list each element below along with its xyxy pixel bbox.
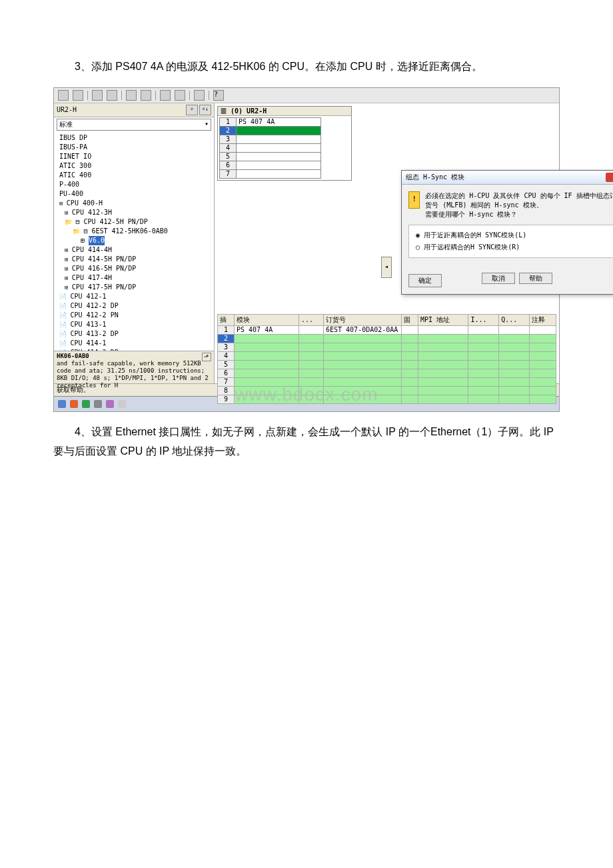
tool-copy-icon[interactable] <box>92 90 103 101</box>
rack-slot[interactable]: 7 <box>220 169 237 178</box>
tree-item[interactable]: CPU 416-5H PN/DP <box>57 264 213 273</box>
taskbar-icon[interactable] <box>118 400 126 408</box>
tree-item[interactable]: PU-400 <box>57 189 213 199</box>
rack-slot[interactable]: 2 <box>220 126 237 135</box>
rack-slot[interactable]: 5 <box>220 152 237 161</box>
taskbar-icon[interactable] <box>58 400 66 408</box>
tree-item[interactable]: CPU 412-1 <box>57 292 213 301</box>
tree-item[interactable]: CPU 414-5H PN/DP <box>57 255 213 264</box>
tool-help-icon[interactable]: ? <box>213 90 224 101</box>
find-next-button[interactable]: ⌕↓ <box>199 105 211 115</box>
table-row[interactable]: 9 <box>218 395 556 403</box>
tree-item[interactable]: CPU 413-1 <box>57 320 213 329</box>
screenshot-hw-config: ? UR2-H ⌕ ⌕↓ 标准 ▾ IBUS DP IBUS-PA <box>53 87 560 412</box>
ok-button[interactable]: 确定 <box>408 274 442 287</box>
tree-item[interactable]: CPU 412-3H <box>57 208 213 217</box>
table-header[interactable]: 注释 <box>530 314 556 325</box>
separator <box>189 91 190 100</box>
radio-remote[interactable]: ○ 用于远程耦合的H SYNC模块(R) <box>416 241 613 253</box>
tool-upload-icon[interactable] <box>141 90 151 101</box>
rack-module[interactable] <box>237 126 321 135</box>
tool-list-icon[interactable] <box>160 90 171 101</box>
hardware-tree[interactable]: IBUS DP IBUS-PA IINET IO ATIC 300 ATIC 4… <box>54 132 214 351</box>
paragraph-4: 4、设置 Ethernet 接口属性，如无子网，点新建，会生成一个默认 IP 的… <box>53 423 560 461</box>
rack-module[interactable] <box>237 169 321 178</box>
table-header[interactable]: 固 <box>401 314 418 325</box>
tool-print-icon[interactable] <box>73 90 83 101</box>
table-header[interactable]: MPI 地址 <box>418 314 468 325</box>
help-button[interactable]: 帮助 <box>519 273 552 284</box>
table-row[interactable]: 2 <box>218 334 556 343</box>
rack-title: ☰ (0) UR2-H <box>218 107 351 116</box>
rack-module[interactable] <box>237 135 321 143</box>
rack-module[interactable]: PS 407 4A <box>237 117 321 126</box>
tree-item[interactable]: ATIC 300 <box>57 161 213 171</box>
rack-slot[interactable]: 6 <box>220 161 237 169</box>
tree-item[interactable]: IINET IO <box>57 152 213 161</box>
rack-slot[interactable]: 4 <box>220 143 237 152</box>
tree-item[interactable]: CPU 414-4H <box>57 245 213 255</box>
find-button[interactable]: ⌕ <box>186 105 198 115</box>
table-header[interactable]: 插 <box>218 314 235 325</box>
scroll-left-button[interactable]: ◂ <box>381 257 392 278</box>
tree-item[interactable]: ATIC 400 <box>57 171 213 180</box>
close-button[interactable]: ✕ <box>606 173 613 182</box>
rack-table[interactable]: 1PS 407 4A 2 3 4 5 6 7 <box>219 117 321 179</box>
tree-item[interactable]: CPU 400-H <box>57 199 213 208</box>
tree-item[interactable]: CPU 414-1 <box>57 339 213 348</box>
table-header[interactable]: 订货号 <box>323 314 401 325</box>
desc-title: HK06-0AB0 <box>57 353 89 359</box>
rack-module[interactable] <box>237 143 321 152</box>
rack-slot[interactable]: 1 <box>220 117 237 126</box>
chevron-down-icon: ▾ <box>205 120 209 129</box>
table-row[interactable]: 5 <box>218 360 556 369</box>
tree-item[interactable]: IBUS DP <box>57 133 213 143</box>
taskbar-icon[interactable] <box>106 400 114 408</box>
radio-group: ◉ 用于近距离耦合的H SYNC模块(L) ○ 用于远程耦合的H SYNC模块(… <box>408 225 613 258</box>
dialog-text: 必须在选定的 H-CPU 及其伙伴 CPU 的每个 IF 插槽中组态订货号 (M… <box>425 191 613 210</box>
radio-near[interactable]: ◉ 用于近距离耦合的H SYNC模块(L) <box>416 229 613 241</box>
taskbar-icon[interactable] <box>94 400 102 408</box>
module-table[interactable]: 插 模块 ... 订货号 固 MPI 地址 I... Q... 注释 <box>217 314 556 404</box>
tree-item[interactable]: P-400 <box>57 180 213 189</box>
tree-item[interactable]: CPU 412-2 PN <box>57 311 213 320</box>
tool-download-icon[interactable] <box>126 90 137 101</box>
table-row[interactable]: 6 <box>218 369 556 377</box>
table-row[interactable]: 1 PS 407 4A 6EST 407-0DA02-0AA <box>218 325 556 334</box>
tree-item-selected[interactable]: ⊞ V6.0 <box>57 236 213 245</box>
dialog-title: 组态 H-Sync 模块 <box>406 173 464 182</box>
table-header[interactable]: ... <box>299 314 324 325</box>
tool-network-icon[interactable] <box>194 90 205 101</box>
tree-item[interactable]: IBUS-PA <box>57 143 213 152</box>
tree-item[interactable]: CPU 412-2 DP <box>57 301 213 311</box>
rack-slot[interactable]: 3 <box>220 135 237 143</box>
cancel-button[interactable]: 取消 <box>482 273 515 284</box>
separator <box>155 91 156 100</box>
table-header[interactable]: 模块 <box>235 314 299 325</box>
taskbar-icon[interactable] <box>70 400 78 408</box>
config-pane: ☰ (0) UR2-H 1PS 407 4A 2 3 4 5 6 7 <box>215 103 559 383</box>
tree-item[interactable]: CPU 413-2 DP <box>57 329 213 339</box>
table-row[interactable]: 4 <box>218 351 556 360</box>
rack-module[interactable] <box>237 161 321 169</box>
tool-window-icon[interactable] <box>175 90 185 101</box>
rack-module[interactable] <box>237 152 321 161</box>
profile-dropdown[interactable]: 标准 ▾ <box>57 119 211 131</box>
warning-icon: ! <box>408 191 420 209</box>
catalog-search-label: UR2-H <box>57 106 185 113</box>
tree-item[interactable]: ⊟ CPU 412-5H PN/DP <box>57 217 213 227</box>
table-row[interactable]: 3 <box>218 343 556 351</box>
table-header[interactable]: I... <box>468 314 499 325</box>
desc-toggle-icon[interactable]: ⬏ <box>202 353 211 361</box>
tree-item[interactable]: ⊟ 6EST 412-5HK06-0AB0 <box>57 227 213 236</box>
tool-save-icon[interactable] <box>58 90 69 101</box>
taskbar-icon[interactable] <box>82 400 90 408</box>
tree-item[interactable]: CPU 417-4H <box>57 273 213 283</box>
table-row[interactable]: 7 <box>218 377 556 386</box>
tool-paste-icon[interactable] <box>107 90 117 101</box>
table-header[interactable]: Q... <box>499 314 530 325</box>
tree-item[interactable]: CPU 417-5H PN/DP <box>57 283 213 292</box>
table-row[interactable]: 8 <box>218 386 556 395</box>
hsync-dialog: 组态 H-Sync 模块 ✕ ! 必须在选定的 H-CPU 及其伙伴 CPU 的… <box>401 170 613 295</box>
paragraph-3: 3、添加 PS407 4A 的电源及 412-5HK06 的 CPU。在添加 C… <box>53 57 560 77</box>
